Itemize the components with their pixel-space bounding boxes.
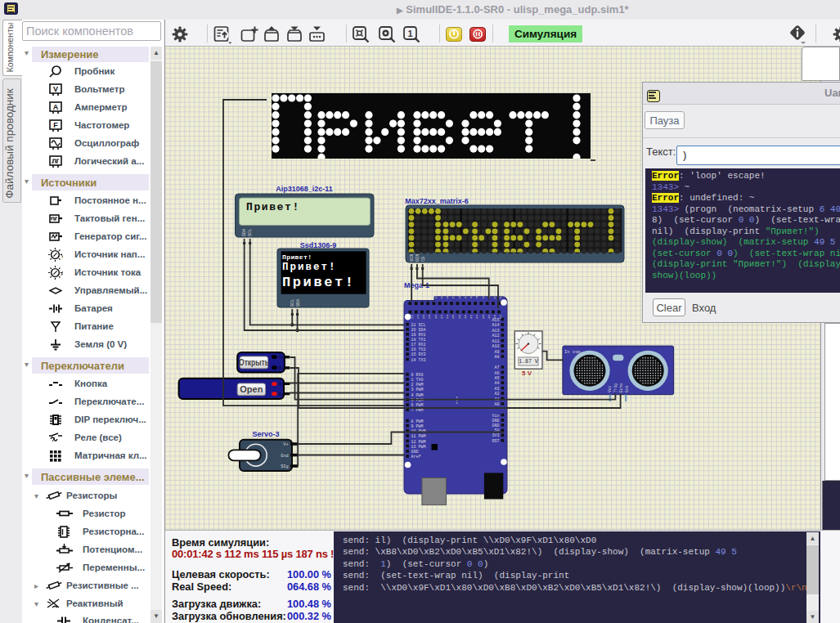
- svg-text:A9: A9: [494, 350, 499, 355]
- svg-text:Rx: Rx: [279, 392, 285, 397]
- svg-text:Привет!: Привет!: [246, 201, 300, 213]
- svg-text:30: 30: [434, 315, 438, 320]
- svg-text:Привет!: Привет!: [282, 253, 312, 261]
- svg-text:RST: RST: [492, 439, 499, 444]
- svg-text:A0: A0: [494, 402, 499, 407]
- svg-text:Gnd: Gnd: [281, 454, 288, 459]
- svg-text:Rx: Rx: [279, 365, 285, 371]
- svg-text:26: 26: [422, 315, 425, 320]
- svg-text:GND: GND: [492, 424, 499, 428]
- svg-text:A14: A14: [492, 323, 499, 328]
- svg-text:47: 47: [482, 294, 485, 299]
- svg-text:5 PWM: 5 PWM: [411, 398, 424, 403]
- svg-text:SIg: SIg: [281, 464, 288, 469]
- svg-text:51: 51: [493, 294, 496, 299]
- svg-text:42: 42: [469, 315, 473, 320]
- svg-text:A15: A15: [492, 318, 499, 323]
- svg-text:A5: A5: [494, 376, 499, 381]
- svg-text:A12: A12: [492, 334, 499, 338]
- svg-text:Vcc: Vcc: [608, 385, 612, 392]
- svg-text:Max72xx_matrix-6: Max72xx_matrix-6: [405, 197, 469, 205]
- svg-text:1: 1: [407, 29, 412, 38]
- svg-text:Tx: Tx: [279, 355, 285, 361]
- svg-text:SCL: SCL: [290, 299, 295, 307]
- svg-text:DIN: DIN: [416, 254, 420, 262]
- svg-text:A10: A10: [492, 344, 499, 349]
- svg-text:GND: GND: [411, 450, 419, 455]
- svg-text:Open: Open: [240, 384, 263, 394]
- svg-text:Привет!: Привет!: [282, 275, 356, 290]
- svg-text:A11: A11: [492, 339, 499, 344]
- svg-text:Echo: Echo: [619, 383, 623, 392]
- svg-text:9 PWM: 9 PWM: [411, 424, 424, 429]
- svg-text:1.87 V: 1.87 V: [519, 359, 538, 365]
- svg-text:14 TX3: 14 TX3: [411, 358, 426, 363]
- svg-text:33: 33: [440, 294, 443, 299]
- svg-text:A2: A2: [494, 392, 499, 397]
- svg-text:1 TX0: 1 TX0: [411, 378, 424, 383]
- svg-text:A4: A4: [494, 381, 499, 386]
- svg-text:15 RX3: 15 RX3: [411, 352, 426, 357]
- svg-text:2 PWM: 2 PWM: [411, 383, 424, 388]
- svg-text:32: 32: [440, 315, 443, 320]
- svg-text:SDA: SDA: [296, 298, 301, 307]
- svg-text:Привет!: Привет!: [282, 262, 337, 273]
- svg-text:19 RX1: 19 RX1: [411, 333, 426, 338]
- svg-text:31: 31: [434, 294, 438, 299]
- svg-text:35: 35: [446, 294, 449, 299]
- svg-text:34: 34: [446, 315, 449, 320]
- svg-text:24: 24: [416, 315, 420, 320]
- svg-text:43: 43: [469, 294, 473, 299]
- svg-text:40: 40: [464, 315, 467, 320]
- svg-text:38: 38: [458, 315, 461, 320]
- svg-text:48: 48: [487, 315, 491, 320]
- svg-text:3V3: 3V3: [492, 433, 499, 438]
- svg-text:0 RX0: 0 RX0: [411, 373, 424, 378]
- svg-text:28: 28: [428, 315, 431, 320]
- svg-text:SCK: SCK: [410, 253, 415, 262]
- svg-text:Aip31068_i2c-11: Aip31068_i2c-11: [276, 185, 333, 193]
- svg-text:39: 39: [458, 294, 461, 299]
- svg-text:Tx: Tx: [279, 382, 285, 388]
- svg-text:A8: A8: [494, 355, 499, 360]
- svg-text:V: V: [61, 252, 63, 259]
- svg-text:Vin: Vin: [492, 414, 499, 419]
- svg-text:A: A: [61, 270, 63, 277]
- svg-text:SCL: SCL: [248, 229, 253, 236]
- svg-text:A: A: [53, 103, 59, 111]
- svg-text:45: 45: [475, 294, 478, 299]
- svg-text:44: 44: [475, 315, 478, 320]
- svg-text:46: 46: [482, 315, 485, 320]
- svg-text:V+: V+: [283, 442, 288, 447]
- svg-text:Servo-3: Servo-3: [252, 430, 279, 438]
- svg-text:A7: A7: [494, 365, 499, 370]
- svg-text:Открыть: Открыть: [239, 357, 269, 367]
- svg-text:3 PWM: 3 PWM: [411, 388, 424, 392]
- svg-text:In vsm: In vsm: [564, 350, 580, 355]
- svg-text:Gnd: Gnd: [625, 385, 629, 392]
- svg-text:F: F: [53, 121, 58, 129]
- svg-text:A6: A6: [494, 371, 499, 376]
- svg-text:7 PWM: 7 PWM: [411, 408, 424, 413]
- svg-text:37: 37: [451, 294, 455, 299]
- svg-text:SDA: SDA: [242, 228, 247, 236]
- svg-text:Aref: Aref: [411, 455, 421, 459]
- svg-text:CS: CS: [421, 257, 426, 262]
- svg-text:5 V: 5 V: [522, 370, 532, 377]
- svg-text:V: V: [53, 85, 58, 93]
- svg-text:11 PWM: 11 PWM: [411, 434, 426, 439]
- svg-text:13 PWM: 13 PWM: [411, 445, 426, 450]
- svg-text:36: 36: [451, 315, 455, 320]
- svg-text:Trig: Trig: [613, 383, 618, 392]
- svg-text:A3: A3: [494, 387, 499, 392]
- svg-text:53: 53: [499, 294, 502, 299]
- svg-text:21 SCL: 21 SCL: [411, 323, 426, 328]
- svg-text:41: 41: [464, 294, 467, 299]
- svg-text:17 RX2: 17 RX2: [411, 343, 426, 347]
- svg-text:A13: A13: [492, 329, 499, 334]
